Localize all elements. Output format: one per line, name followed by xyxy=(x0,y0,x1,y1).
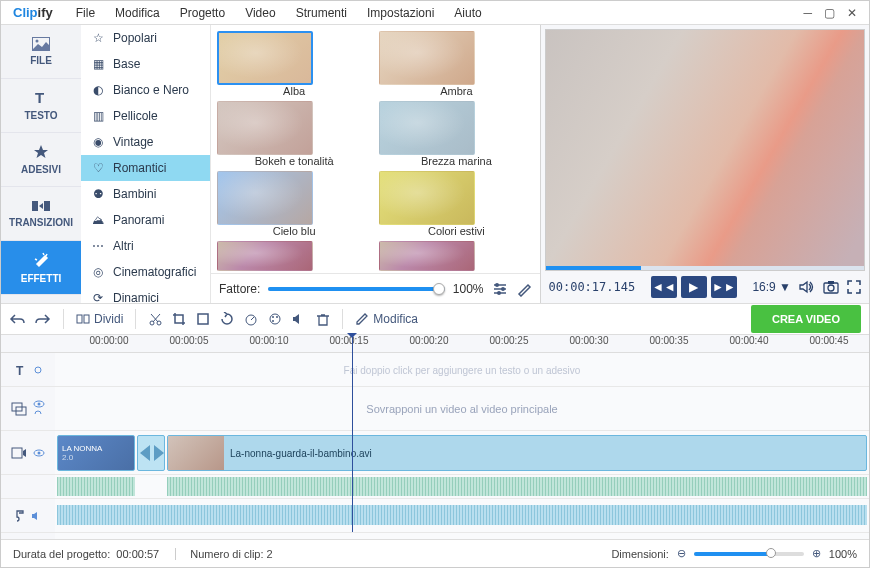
category-cinematografici[interactable]: ◎Cinematografici xyxy=(81,259,210,285)
menu-strumenti[interactable]: Strumenti xyxy=(287,3,356,23)
create-video-button[interactable]: CREA VIDEO xyxy=(751,305,861,333)
tab-adesivi[interactable]: ADESIVI xyxy=(1,133,81,187)
category-romantici[interactable]: ♡Romantici xyxy=(81,155,210,181)
transition-clip[interactable] xyxy=(137,435,165,471)
track-overlay: Sovrapponi un video al video principale xyxy=(1,387,869,431)
svg-text:T: T xyxy=(16,364,24,377)
eye-icon[interactable] xyxy=(33,449,45,457)
tab-testo-label: TESTO xyxy=(24,110,57,121)
svg-rect-15 xyxy=(198,314,208,324)
brush-icon[interactable] xyxy=(516,281,532,297)
category-altri[interactable]: ⋯Altri xyxy=(81,233,210,259)
svg-point-20 xyxy=(272,320,274,322)
undo-button[interactable] xyxy=(9,312,25,326)
tab-transizioni[interactable]: TRANSIZIONI xyxy=(1,187,81,241)
menu-bar: File Modifica Progetto Video Strumenti I… xyxy=(67,3,491,23)
redo-button[interactable] xyxy=(35,312,51,326)
svg-point-9 xyxy=(828,285,834,291)
edit-button[interactable]: Modifica xyxy=(355,312,418,326)
tab-adesivi-label: ADESIVI xyxy=(21,164,61,175)
effect-cielo-blu[interactable]: Cielo blu xyxy=(217,171,371,237)
tab-transizioni-label: TRANSIZIONI xyxy=(9,217,73,228)
video-clip-1[interactable]: LA NONNA 2.0 xyxy=(57,435,135,471)
playhead[interactable] xyxy=(352,335,353,532)
link-icon[interactable] xyxy=(33,365,43,375)
category-dinamici[interactable]: ⟳Dinamici xyxy=(81,285,210,303)
category-base[interactable]: ▦Base xyxy=(81,51,210,77)
category-panorami[interactable]: ⛰Panorami xyxy=(81,207,210,233)
video-clip-2[interactable]: La-nonna-guarda-il-bambino.avi xyxy=(167,435,867,471)
category-popolari[interactable]: ☆Popolari xyxy=(81,25,210,51)
preview-progress[interactable] xyxy=(546,266,865,270)
effect-alba[interactable]: Alba xyxy=(217,31,371,97)
svg-point-25 xyxy=(38,402,41,405)
menu-impostazioni[interactable]: Impostazioni xyxy=(358,3,443,23)
effect-colori-estivi[interactable]: Colori estivi xyxy=(379,171,533,237)
link-icon[interactable] xyxy=(33,410,43,418)
next-button[interactable]: ►► xyxy=(711,276,737,298)
effect-brezza-marina[interactable]: Brezza marina xyxy=(379,101,533,167)
speaker-icon[interactable] xyxy=(31,510,43,522)
menu-progetto[interactable]: Progetto xyxy=(171,3,234,23)
delete-button[interactable] xyxy=(316,312,330,326)
play-button[interactable]: ▶ xyxy=(681,276,707,298)
color-button[interactable] xyxy=(268,312,282,326)
zoom-out-button[interactable]: ⊖ xyxy=(677,547,686,560)
zoom-in-button[interactable]: ⊕ xyxy=(812,547,821,560)
timecode: 00:00:17.145 xyxy=(549,280,636,294)
tab-file[interactable]: FILE xyxy=(1,25,81,79)
svg-point-28 xyxy=(38,451,41,454)
category-bambini[interactable]: ⚉Bambini xyxy=(81,181,210,207)
prev-button[interactable]: ◄◄ xyxy=(651,276,677,298)
text-icon: T xyxy=(33,90,49,106)
menu-modifica[interactable]: Modifica xyxy=(106,3,169,23)
category-vintage[interactable]: ◉Vintage xyxy=(81,129,210,155)
eye-icon[interactable] xyxy=(33,400,45,408)
maximize-icon[interactable]: ▢ xyxy=(824,6,835,20)
close-icon[interactable]: ✕ xyxy=(847,6,857,20)
effect-more-1[interactable] xyxy=(379,241,533,271)
crop-button[interactable] xyxy=(172,312,186,326)
category-pellicole[interactable]: ▥Pellicole xyxy=(81,103,210,129)
frame-button[interactable] xyxy=(196,312,210,326)
ruler-tick: 00:00:10 xyxy=(250,335,289,346)
speed-button[interactable] xyxy=(244,312,258,326)
aspect-selector[interactable]: 16:9 ▼ xyxy=(752,280,791,294)
svg-rect-26 xyxy=(12,448,22,458)
tab-effetti-label: EFFETTI xyxy=(21,273,62,284)
volume-icon[interactable] xyxy=(799,280,815,294)
text-track-icon: T xyxy=(13,363,27,377)
menu-file[interactable]: File xyxy=(67,3,104,23)
sliders-icon[interactable] xyxy=(492,282,508,296)
category-list: ☆Popolari▦Base◐Bianco e Nero▥Pellicole◉V… xyxy=(81,25,211,303)
ruler-tick: 00:00:35 xyxy=(650,335,689,346)
svg-point-1 xyxy=(36,40,39,43)
ruler-tick: 00:00:25 xyxy=(490,335,529,346)
fullscreen-icon[interactable] xyxy=(847,280,861,294)
svg-point-5 xyxy=(495,283,499,287)
effect-ambra[interactable]: Ambra xyxy=(379,31,533,97)
category-bianco-e-nero[interactable]: ◐Bianco e Nero xyxy=(81,77,210,103)
svg-rect-11 xyxy=(77,315,82,323)
cut-button[interactable] xyxy=(148,312,162,326)
svg-point-18 xyxy=(272,316,274,318)
menu-video[interactable]: Video xyxy=(236,3,284,23)
volume-track-button[interactable] xyxy=(292,312,306,326)
track-music xyxy=(1,499,869,533)
zoom-slider[interactable] xyxy=(694,552,804,556)
tab-effetti[interactable]: EFFETTI xyxy=(1,241,81,295)
effect-bokeh-e-tonalità[interactable]: Bokeh e tonalità xyxy=(217,101,371,167)
split-button[interactable]: Dividi xyxy=(76,312,123,326)
menu-aiuto[interactable]: Aiuto xyxy=(445,3,490,23)
factor-slider[interactable] xyxy=(268,287,444,291)
effect-more-0[interactable] xyxy=(217,241,371,271)
minimize-icon[interactable]: ─ xyxy=(803,6,812,20)
video-track-icon xyxy=(11,447,27,459)
ruler-tick: 00:00:45 xyxy=(810,335,849,346)
tab-testo[interactable]: T TESTO xyxy=(1,79,81,133)
star-icon xyxy=(33,144,49,160)
rotate-button[interactable] xyxy=(220,312,234,326)
ruler-tick: 00:00:20 xyxy=(410,335,449,346)
snapshot-icon[interactable] xyxy=(823,280,839,294)
svg-rect-12 xyxy=(84,315,89,323)
